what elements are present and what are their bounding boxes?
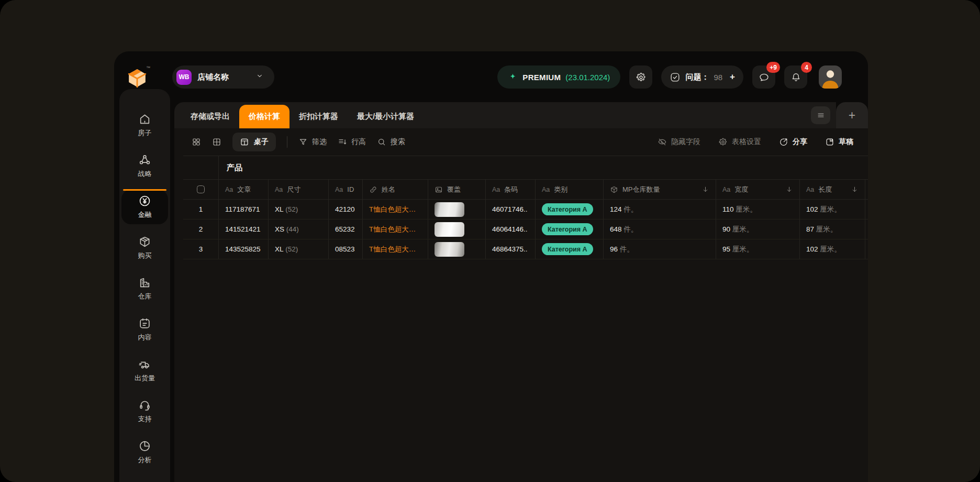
- tab-strip: 存储或导出价格计算折扣计算器最大/最小计算器: [174, 102, 836, 128]
- cell-size: XS (44): [269, 220, 329, 239]
- text-type-icon: Aa: [542, 186, 550, 193]
- table-row[interactable]: 1117187671XL (52)42120T恤白色超大棉质..46071746…: [183, 200, 868, 220]
- headset-icon: [138, 399, 151, 412]
- product-photo: [435, 202, 464, 217]
- tab-3[interactable]: 折扣计算器: [289, 105, 348, 128]
- cell-cut: [865, 220, 868, 239]
- questions-counter[interactable]: 问题： 98 +: [661, 65, 743, 89]
- calendar-note-icon: [138, 317, 151, 330]
- premium-badge[interactable]: PREMIUM (23.01.2024): [497, 65, 620, 89]
- cell-stock: 648 件。: [604, 220, 716, 239]
- table-toolbar: 桌子 筛选 行高 搜索: [174, 128, 868, 156]
- tab-1[interactable]: 存储或导出: [181, 105, 239, 128]
- share-button[interactable]: 分享: [779, 137, 807, 147]
- sidebar-item-label: 出货量: [135, 374, 155, 383]
- text-type-icon: Aa: [225, 186, 233, 193]
- table-view-chip[interactable]: 桌子: [232, 133, 276, 151]
- warehouse-icon: [138, 276, 151, 289]
- premium-label: PREMIUM: [522, 73, 561, 82]
- sidebar-item-label: 金融: [138, 210, 152, 220]
- tab-4[interactable]: 最大/最小计算器: [348, 105, 424, 128]
- cell-name[interactable]: T恤白色超大棉质..: [363, 220, 428, 239]
- sidebar-item-label: 支持: [138, 414, 152, 424]
- cell-category: Категория A: [536, 200, 604, 219]
- search-button[interactable]: 搜索: [377, 137, 405, 147]
- column-header-article[interactable]: Aa文章: [219, 180, 269, 199]
- category-pill: Категория A: [542, 203, 593, 215]
- notifications-button[interactable]: 4: [784, 65, 807, 89]
- sidebar-item-analytics[interactable]: 分析: [121, 435, 168, 469]
- select-all-cell: [183, 180, 219, 199]
- column-header-name[interactable]: 姓名: [363, 180, 428, 199]
- sidebar-item-purchase[interactable]: 购买: [121, 231, 168, 265]
- column-header-id[interactable]: AaID: [329, 180, 363, 199]
- image-type-icon: [435, 185, 443, 194]
- row-height-button[interactable]: 行高: [338, 137, 366, 147]
- messages-button[interactable]: +9: [752, 65, 775, 89]
- board-view-button[interactable]: [212, 137, 221, 147]
- filter-button[interactable]: 筛选: [298, 137, 327, 147]
- table-settings-button[interactable]: 表格设置: [718, 137, 761, 147]
- column-header-width[interactable]: Aa宽度: [716, 180, 800, 199]
- cell-id: 08523: [329, 239, 363, 259]
- cell-cover[interactable]: [428, 200, 486, 219]
- cell-cover[interactable]: [428, 220, 486, 239]
- cell-cover[interactable]: [428, 239, 486, 259]
- questions-count: 98: [714, 73, 722, 82]
- column-header-cover[interactable]: 覆盖: [428, 180, 486, 199]
- cell-width: 110 厘米。: [716, 200, 800, 219]
- menu-icon: [816, 111, 826, 120]
- sidebar-item-shipments[interactable]: 出货量: [121, 353, 168, 388]
- column-header-length[interactable]: Aa长度: [800, 180, 865, 199]
- table-row[interactable]: 3143525825XL (52)08523T恤白色超大棉质..46864375…: [183, 239, 868, 259]
- link-type-icon: [369, 185, 377, 194]
- cell-name[interactable]: T恤白色超大棉质..: [363, 239, 428, 259]
- tab-bar: 存储或导出价格计算折扣计算器最大/最小计算器 +: [174, 102, 868, 128]
- cell-name[interactable]: T恤白色超大棉质..: [363, 200, 428, 219]
- sidebar-item-warehouse[interactable]: 仓库: [121, 271, 168, 306]
- chat-bubble-icon: [759, 72, 770, 83]
- bookmark-icon: [825, 137, 834, 147]
- eye-off-icon: [658, 137, 667, 147]
- sort-desc-icon[interactable]: [785, 185, 793, 193]
- sidebar-item-finance[interactable]: 金融: [121, 190, 168, 224]
- hide-fields-button[interactable]: 隐藏字段: [658, 137, 700, 147]
- cell-length: 87 厘米。: [800, 220, 865, 239]
- column-header-stock[interactable]: MP仓库数量: [604, 180, 716, 199]
- desktop-background: ™ WB 店铺名称 PREMIUM (23.01.2024): [0, 0, 980, 482]
- text-type-icon: Aa: [806, 186, 814, 193]
- cell-article: 117187671: [219, 200, 269, 219]
- add-question-button[interactable]: +: [730, 72, 735, 82]
- sort-desc-icon[interactable]: [851, 185, 859, 193]
- app-logo[interactable]: ™: [127, 65, 148, 89]
- sidebar-item-content[interactable]: 内容: [121, 312, 168, 347]
- user-avatar[interactable]: [819, 65, 842, 89]
- grid-icon: [192, 137, 201, 147]
- add-tab-button[interactable]: +: [836, 102, 868, 128]
- gallery-view-button[interactable]: [192, 137, 201, 147]
- column-label: 文章: [237, 185, 251, 194]
- column-header-size[interactable]: Aa尺寸: [269, 180, 329, 199]
- house-icon: [138, 113, 151, 126]
- column-header-barcode[interactable]: Aa条码: [486, 180, 536, 199]
- tab-2[interactable]: 价格计算: [239, 105, 289, 128]
- column-label: 条码: [504, 185, 518, 194]
- settings-button[interactable]: [629, 65, 652, 89]
- cell-stock: 96 件。: [604, 239, 716, 259]
- table-row[interactable]: 2141521421XS (44)65232T恤白色超大棉质..46064146…: [183, 220, 868, 239]
- select-all-checkbox[interactable]: [197, 185, 205, 193]
- sidebar-item-home[interactable]: 房子: [121, 108, 168, 143]
- tab-list-menu-button[interactable]: [811, 106, 830, 124]
- column-label: 姓名: [382, 185, 395, 194]
- cell-barcode: 46864375..: [486, 239, 536, 259]
- column-label: 覆盖: [447, 185, 461, 194]
- column-header-category[interactable]: Aa类别: [536, 180, 604, 199]
- column-label: 尺寸: [287, 185, 300, 194]
- draft-button[interactable]: 草稿: [825, 137, 853, 147]
- text-type-icon: Aa: [492, 186, 500, 193]
- cell-category: Категория A: [536, 239, 604, 259]
- sidebar-item-strategy[interactable]: 战略: [121, 149, 168, 183]
- sort-desc-icon[interactable]: [701, 185, 709, 193]
- sidebar-item-support[interactable]: 支持: [121, 394, 168, 429]
- store-selector[interactable]: WB 店铺名称: [172, 65, 274, 89]
